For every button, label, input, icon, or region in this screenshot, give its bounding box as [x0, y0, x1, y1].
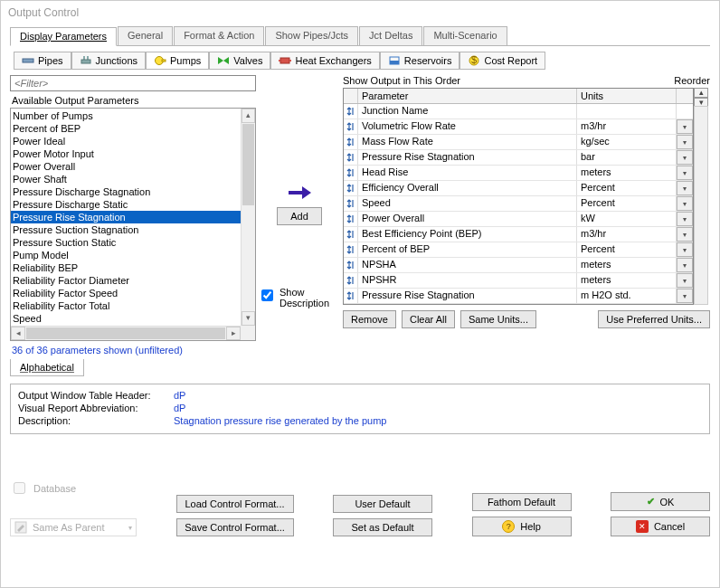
scroll-right-icon[interactable]: ▸: [226, 327, 241, 340]
subtab-heat-exchangers[interactable]: Heat Exchangers: [270, 52, 379, 70]
drag-handle-icon[interactable]: [344, 150, 358, 165]
subtab-cost-report[interactable]: $ Cost Report: [459, 52, 545, 70]
tab-multi-scenario[interactable]: Multi-Scenario: [423, 26, 507, 45]
table-row[interactable]: Junction Name: [344, 104, 693, 119]
drag-handle-icon[interactable]: [344, 273, 358, 288]
set-as-default-button[interactable]: Set as Default: [333, 518, 432, 536]
tab-jct-deltas[interactable]: Jct Deltas: [359, 26, 422, 45]
remove-button[interactable]: Remove: [343, 310, 396, 328]
list-item[interactable]: Number of Pumps: [11, 109, 255, 122]
drag-handle-icon[interactable]: [344, 242, 358, 257]
units-dropdown-button[interactable]: ▾: [677, 258, 693, 272]
tab-show-pipes-jcts[interactable]: Show Pipes/Jcts: [265, 26, 358, 45]
scrollbar-vertical[interactable]: ▴ ▾: [241, 109, 255, 326]
table-row[interactable]: NPSHRmeters▾: [344, 273, 693, 289]
subtab-pipes[interactable]: Pipes: [14, 52, 71, 70]
scroll-up-icon[interactable]: ▴: [242, 109, 255, 123]
chevron-down-icon: ▾: [683, 261, 687, 270]
scroll-down-icon[interactable]: ▾: [242, 311, 255, 326]
ok-button[interactable]: ✔ OK: [611, 492, 710, 511]
table-row[interactable]: Head Risemeters▾: [344, 166, 693, 181]
list-item[interactable]: Pressure Suction Static: [11, 236, 255, 249]
drag-handle-icon[interactable]: [344, 119, 358, 134]
scroll-thumb[interactable]: [242, 124, 254, 205]
list-item[interactable]: Power Motor Input: [11, 147, 255, 160]
reorder-up-button[interactable]: ▴: [694, 88, 708, 98]
table-row[interactable]: NPSHAmeters▾: [344, 258, 693, 273]
grid-scrollbar[interactable]: [694, 106, 708, 305]
scroll-left-icon[interactable]: ◂: [11, 327, 25, 340]
tab-general[interactable]: General: [118, 26, 173, 45]
subtab-valves[interactable]: Valves: [209, 52, 270, 70]
reservoirs-icon: [388, 55, 401, 66]
units-dropdown-button[interactable]: ▾: [677, 135, 693, 149]
tab-format-action[interactable]: Format & Action: [174, 26, 264, 45]
drag-handle-icon[interactable]: [344, 166, 358, 180]
units-dropdown-button[interactable]: ▾: [677, 242, 693, 257]
list-item[interactable]: Reliability BEP: [11, 261, 255, 274]
units-dropdown-button[interactable]: ▾: [677, 119, 693, 134]
subtab-reservoirs[interactable]: Reservoirs: [380, 52, 460, 70]
list-item[interactable]: Power Ideal: [11, 135, 255, 147]
tab-display-parameters[interactable]: Display Parameters: [10, 27, 117, 46]
units-dropdown-button[interactable]: ▾: [677, 166, 693, 180]
load-control-format-button[interactable]: Load Control Format...: [176, 495, 294, 513]
filter-input[interactable]: [10, 75, 256, 91]
units-dropdown-button[interactable]: ▾: [677, 150, 693, 165]
list-item[interactable]: Power Overall: [11, 160, 255, 173]
add-button[interactable]: Add: [277, 207, 322, 225]
table-row[interactable]: Pressure Rise Stagnationm H2O std.▾: [344, 289, 693, 304]
units-dropdown-button[interactable]: ▾: [677, 227, 693, 242]
subtab-junctions[interactable]: Junctions: [71, 52, 146, 70]
table-row[interactable]: Mass Flow Ratekg/sec▾: [344, 135, 693, 150]
list-item[interactable]: Pressure Rise Stagnation: [11, 211, 255, 223]
same-units-button[interactable]: Same Units...: [460, 310, 536, 328]
table-row[interactable]: Percent of BEPPercent▾: [344, 242, 693, 258]
table-row[interactable]: SpeedPercent▾: [344, 196, 693, 212]
list-item[interactable]: Pressure Discharge Static: [11, 198, 255, 211]
save-control-format-button[interactable]: Save Control Format...: [176, 518, 294, 536]
use-preferred-units-button[interactable]: Use Preferred Units...: [598, 310, 710, 328]
scroll-thumb-h[interactable]: [26, 327, 225, 339]
drag-handle-icon[interactable]: [344, 289, 358, 303]
list-item[interactable]: Pump Model: [11, 249, 255, 261]
list-item[interactable]: Pressure Discharge Stagnation: [11, 185, 255, 198]
drag-handle-icon[interactable]: [344, 196, 358, 211]
available-parameters-list[interactable]: Number of PumpsPercent of BEPPower Ideal…: [10, 108, 256, 341]
drag-handle-icon[interactable]: [344, 135, 358, 149]
list-item[interactable]: Reliability Factor Speed: [11, 287, 255, 299]
units-dropdown-button[interactable]: ▾: [677, 289, 693, 303]
scrollbar-horizontal[interactable]: ◂ ▸: [11, 326, 241, 340]
list-item[interactable]: Pressure Suction Stagnation: [11, 223, 255, 236]
list-item[interactable]: Reliability Factor Total: [11, 299, 255, 312]
units-dropdown-button[interactable]: ▾: [677, 273, 693, 288]
cancel-button[interactable]: ✕ Cancel: [611, 517, 710, 536]
list-item[interactable]: Speed: [11, 312, 255, 325]
drag-handle-icon[interactable]: [344, 212, 358, 226]
column-header-units[interactable]: Units: [577, 89, 677, 103]
list-item[interactable]: Power Shaft: [11, 173, 255, 185]
drag-handle-icon[interactable]: [344, 104, 358, 119]
table-row[interactable]: Power OverallkW▾: [344, 212, 693, 227]
list-item[interactable]: Percent of BEP: [11, 122, 255, 135]
help-button[interactable]: ? Help: [472, 517, 572, 536]
units-dropdown-button[interactable]: ▾: [677, 196, 693, 211]
column-header-parameter[interactable]: Parameter: [358, 89, 577, 103]
user-default-button[interactable]: User Default: [333, 495, 432, 513]
list-item[interactable]: Reliability Factor Diameter: [11, 274, 255, 287]
table-row[interactable]: Efficiency OverallPercent▾: [344, 181, 693, 196]
sort-alphabetical-tab[interactable]: Alphabetical: [10, 359, 84, 376]
show-description-checkbox[interactable]: Show Description: [258, 287, 330, 308]
fathom-default-button[interactable]: Fathom Default: [472, 493, 572, 511]
table-row[interactable]: Best Efficiency Point (BEP)m3/hr▾: [344, 227, 693, 242]
units-dropdown-button[interactable]: ▾: [677, 212, 693, 226]
drag-handle-icon[interactable]: [344, 181, 358, 195]
subtab-pumps[interactable]: Pumps: [146, 52, 209, 70]
units-dropdown-button[interactable]: ▾: [677, 181, 693, 195]
table-row[interactable]: Pressure Rise Stagnationbar▾: [344, 150, 693, 166]
clear-all-button[interactable]: Clear All: [402, 310, 455, 328]
drag-handle-icon[interactable]: [344, 227, 358, 242]
table-row[interactable]: Volumetric Flow Ratem3/hr▾: [344, 119, 693, 135]
drag-handle-icon[interactable]: [344, 258, 358, 272]
svg-rect-5: [162, 60, 166, 62]
